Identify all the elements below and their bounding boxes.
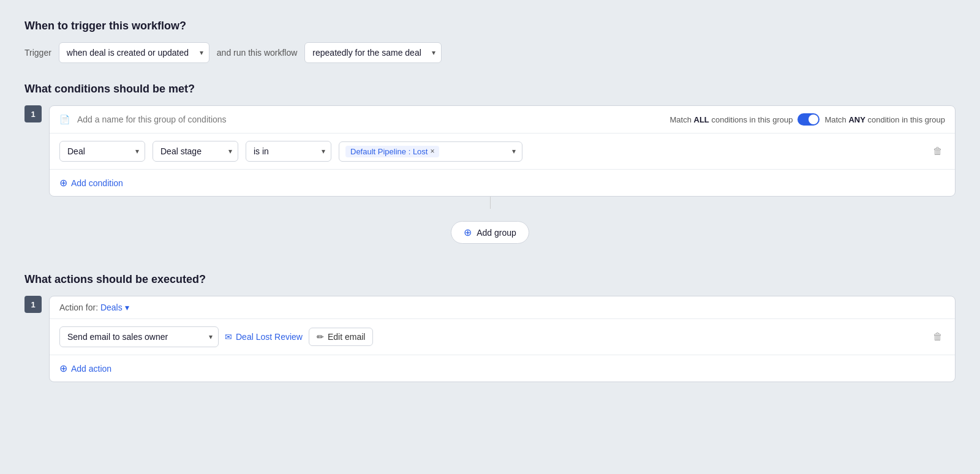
condition-group-header: 📄 Match ALL conditions in this group Mat…: [50, 106, 955, 134]
add-condition-row: ⊕ Add condition: [50, 170, 955, 196]
trigger-section-title: When to trigger this workflow?: [24, 20, 956, 32]
trigger-label: Trigger: [24, 48, 51, 58]
entity-select-wrapper: Deal Contact Company ▾: [59, 141, 145, 162]
doc-icon: 📄: [59, 115, 70, 124]
pipeline-tag-text: Default Pipeline : Lost: [350, 147, 428, 156]
action-group-number: 1: [24, 296, 42, 313]
edit-email-label: Edit email: [328, 332, 365, 342]
add-group-button[interactable]: ⊕ Add group: [451, 221, 529, 244]
and-run-label: and run this workflow: [217, 48, 298, 58]
edit-email-button[interactable]: ✏ Edit email: [309, 328, 373, 346]
pencil-icon: ✏: [317, 332, 324, 342]
match-toggle[interactable]: [797, 113, 820, 126]
toggle-thumb: [809, 115, 818, 124]
add-group-label: Add group: [477, 228, 516, 238]
action-select-wrapper: Send email to sales owner Send email to …: [59, 326, 219, 347]
group-name-input[interactable]: [77, 115, 663, 124]
action-select[interactable]: Send email to sales owner Send email to …: [59, 326, 219, 347]
delete-condition-button[interactable]: 🗑: [930, 143, 945, 159]
email-template-button[interactable]: ✉ Deal Lost Review: [225, 332, 303, 342]
action-for-value: Deals: [100, 303, 123, 312]
run-select[interactable]: repeatedly for the same deal only once f…: [304, 42, 442, 63]
envelope-icon: ✉: [225, 332, 232, 342]
entity-select[interactable]: Deal Contact Company: [59, 141, 145, 162]
operator-select-wrapper: is in is not in contains ▾: [246, 141, 331, 162]
conditions-section-title: What conditions should be met?: [24, 83, 956, 96]
run-select-wrapper: repeatedly for the same deal only once f…: [304, 42, 442, 63]
email-name-label: Deal Lost Review: [236, 332, 303, 342]
add-action-button[interactable]: ⊕ Add action: [59, 363, 111, 374]
match-any-label: Match ANY condition in this group: [824, 115, 945, 124]
add-group-container: ⊕ Add group: [24, 209, 956, 256]
add-action-icon: ⊕: [59, 363, 67, 374]
pipeline-tag: Default Pipeline : Lost ×: [345, 146, 439, 157]
action-header: Action for: Deals ▾: [50, 296, 955, 319]
trigger-select-wrapper: when deal is created or updated when dea…: [59, 42, 209, 63]
field-select-wrapper: Deal stage Deal name Deal amount Close d…: [153, 141, 238, 162]
action-row: Send email to sales owner Send email to …: [50, 319, 955, 355]
add-condition-icon: ⊕: [59, 177, 67, 189]
add-action-row: ⊕ Add action: [50, 355, 955, 382]
match-controls: Match ALL conditions in this group Match…: [670, 113, 945, 126]
action-for-link[interactable]: Deals ▾: [100, 303, 129, 312]
trigger-select[interactable]: when deal is created or updated when dea…: [59, 42, 209, 63]
field-select[interactable]: Deal stage Deal name Deal amount Close d…: [153, 141, 238, 162]
add-action-label: Add action: [71, 364, 111, 374]
condition-group-number: 1: [24, 105, 42, 122]
condition-row: Deal Contact Company ▾ Deal stage Deal n…: [50, 134, 955, 170]
operator-select[interactable]: is in is not in contains: [246, 141, 331, 162]
action-for-arrow: ▾: [125, 303, 129, 312]
add-group-icon: ⊕: [464, 227, 472, 238]
add-condition-label: Add condition: [71, 178, 123, 188]
actions-section-title: What actions should be executed?: [24, 273, 956, 286]
pipeline-tag-arrow: ▾: [512, 147, 516, 156]
connector-line: [490, 197, 491, 209]
delete-action-button[interactable]: 🗑: [930, 329, 945, 345]
action-for-label: Action for:: [59, 303, 98, 312]
add-condition-button[interactable]: ⊕ Add condition: [59, 177, 123, 189]
match-all-label: Match ALL conditions in this group: [670, 115, 793, 124]
pipeline-tag-close[interactable]: ×: [430, 148, 434, 155]
pipeline-tag-input[interactable]: Default Pipeline : Lost × ▾: [339, 141, 522, 162]
